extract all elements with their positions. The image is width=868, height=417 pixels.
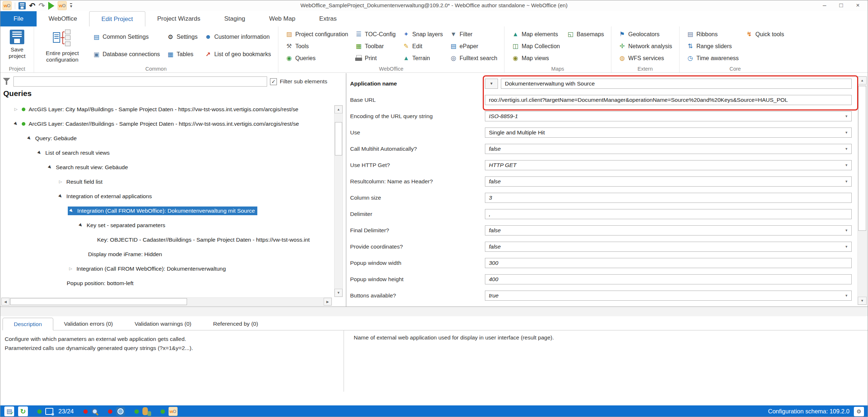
document-check-button[interactable]: ▤: [4, 406, 14, 416]
tab-validation-warnings[interactable]: Validation warnings (0): [124, 318, 203, 330]
tree-item[interactable]: Popup position: bottom-left: [0, 278, 332, 288]
expander-expanded-icon[interactable]: [58, 194, 63, 199]
quick-tools-button[interactable]: ↯Quick tools: [742, 28, 787, 40]
epaper-button[interactable]: ▤ePaper: [446, 42, 501, 50]
filter-button[interactable]: ▼Filter: [446, 31, 501, 38]
scroll-down-icon[interactable]: ▼: [335, 289, 342, 297]
tree-item[interactable]: Key: OBJECTID - Cadaster//Buildings - Sa…: [0, 235, 332, 245]
toolbar-button[interactable]: ▦Toolbar: [352, 42, 399, 50]
tree-item[interactable]: ArcGIS Layer: City Map//Buildings - Samp…: [0, 104, 332, 114]
expander-expanded-icon[interactable]: [26, 136, 32, 141]
tree-item[interactable]: Integration (Call FROM WebOffice): Dokum…: [0, 264, 332, 274]
toc-config-button[interactable]: ☰TOC-Config: [352, 30, 399, 38]
tree-horizontal-scrollbar[interactable]: ◀ ▶: [1, 297, 332, 306]
expander-collapsed-icon[interactable]: [13, 107, 19, 112]
expander-collapsed-icon[interactable]: [58, 179, 63, 184]
scroll-left-icon[interactable]: ◀: [1, 298, 9, 305]
customer-information-button[interactable]: ☻Customer information: [201, 33, 274, 41]
expander-collapsed-icon[interactable]: [68, 266, 74, 271]
weboffice-status-icon[interactable]: [169, 407, 178, 416]
tab-validation-errors[interactable]: Validation errors (0): [53, 318, 124, 330]
tab-project-wizards[interactable]: Project Wizards: [145, 11, 212, 26]
tree-item[interactable]: Integration of external applications: [0, 191, 332, 201]
scrollbar-thumb[interactable]: [10, 298, 187, 305]
tab-staging[interactable]: Staging: [212, 11, 257, 26]
refresh-button[interactable]: ↻: [18, 406, 28, 416]
use-select[interactable]: Single and Multiple Hit: [485, 128, 852, 138]
snap-layers-button[interactable]: ✦Snap layers: [399, 30, 447, 38]
tree-item-selected[interactable]: Integration (Call FROM WebOffice): Dokum…: [0, 206, 332, 216]
buttons-available-select[interactable]: true: [485, 291, 852, 301]
map-elements-button[interactable]: ▲Map elements: [508, 28, 563, 40]
geo-bookmarks-button[interactable]: ↗List of geo bookmarks: [201, 51, 274, 58]
database-connections-button[interactable]: ▣Database connections: [89, 51, 163, 58]
ribbons-button[interactable]: ▤Ribbons: [683, 28, 742, 40]
tab-weboffice[interactable]: WebOffice: [37, 11, 89, 26]
tab-edit-project[interactable]: Edit Project: [89, 11, 145, 26]
server-icon[interactable]: [45, 408, 53, 415]
geolocators-button[interactable]: ⚑Geolocators: [615, 28, 676, 40]
scroll-up-icon[interactable]: ▲: [335, 105, 342, 113]
expander-expanded-icon[interactable]: [47, 165, 53, 170]
terrain-button[interactable]: ▲Terrain: [399, 55, 447, 62]
schema-settings-button[interactable]: ⚙: [854, 407, 864, 416]
scroll-up-icon[interactable]: ▲: [858, 76, 867, 84]
filter-sub-elements-checkbox[interactable]: ✓: [270, 78, 277, 85]
tables-button[interactable]: ▦Tables: [163, 51, 201, 58]
expander-expanded-icon[interactable]: [13, 121, 19, 126]
tree-item[interactable]: Key set - separated parameters: [0, 220, 332, 230]
expander-expanded-icon[interactable]: [68, 208, 74, 213]
tree-filter-input[interactable]: [13, 76, 267, 87]
tree-item[interactable]: Query: Gebäude: [0, 133, 332, 143]
tree-item[interactable]: Search result view: Gebäude: [0, 162, 332, 172]
globe-shield-icon[interactable]: [116, 407, 125, 416]
expander-expanded-icon[interactable]: [78, 223, 84, 228]
tab-description[interactable]: Description: [3, 318, 53, 330]
scroll-right-icon[interactable]: ▶: [324, 298, 332, 305]
map-views-button[interactable]: ◉Map views: [508, 52, 563, 64]
tab-extras[interactable]: Extras: [307, 11, 349, 26]
tree-item[interactable]: Display mode iFrame: Hidden: [0, 249, 332, 259]
popup-height-input[interactable]: 400: [485, 274, 852, 284]
form-vertical-scrollbar[interactable]: ▲ ▼: [857, 76, 867, 305]
tab-referenced-by[interactable]: Referenced by (0): [202, 318, 269, 330]
expander-expanded-icon[interactable]: [37, 150, 42, 155]
provide-coordinates-select[interactable]: false: [485, 242, 852, 252]
queries-button[interactable]: ◉Queries: [282, 54, 352, 62]
fulltext-search-button[interactable]: ◎Fulltext search: [446, 54, 501, 62]
use-http-get-select[interactable]: HTTP GET: [485, 160, 852, 170]
basemaps-button[interactable]: ◱Basemaps: [563, 28, 607, 40]
tree-item[interactable]: List of search result views: [0, 148, 332, 158]
map-collection-button[interactable]: ◫Map Collection: [508, 40, 563, 52]
settings-button[interactable]: ⚙Settings: [163, 33, 201, 41]
tree-item[interactable]: ArcGIS Layer: Cadaster//Buildings - Samp…: [0, 119, 332, 129]
horizontal-splitter[interactable]: [0, 307, 868, 316]
save-project-button[interactable]: Save project: [4, 28, 30, 60]
final-delimiter-select[interactable]: false: [485, 225, 852, 235]
scrollbar-thumb[interactable]: [335, 122, 342, 155]
column-size-input[interactable]: 3: [485, 193, 852, 203]
common-settings-button[interactable]: ▤Common Settings: [89, 33, 163, 41]
popup-width-input[interactable]: 300: [485, 258, 852, 268]
call-multihit-select[interactable]: false: [485, 144, 852, 154]
print-button[interactable]: Print: [352, 55, 399, 62]
database-user-icon[interactable]: [142, 407, 151, 416]
range-sliders-button[interactable]: ⇅Range sliders: [683, 40, 742, 52]
close-button[interactable]: ×: [850, 0, 866, 11]
network-analysis-button[interactable]: ✢Network analysis: [615, 40, 676, 52]
scrollbar-thumb[interactable]: [858, 86, 866, 231]
wfs-services-button[interactable]: ◍WFS services: [615, 52, 676, 64]
delimiter-input[interactable]: ,: [485, 209, 852, 219]
project-configuration-button[interactable]: ▨Project configuration: [282, 30, 352, 38]
tools-button[interactable]: ⚒Tools: [282, 42, 352, 50]
search-icon[interactable]: [91, 408, 99, 415]
tree-vertical-scrollbar[interactable]: ▲ ▼: [334, 105, 343, 297]
tab-web-map[interactable]: Web Map: [257, 11, 307, 26]
resultcolumn-header-select[interactable]: false: [485, 176, 852, 187]
encoding-select[interactable]: ISO-8859-1: [485, 111, 852, 121]
tree-item[interactable]: Result field list: [0, 177, 332, 187]
edit-button[interactable]: ✎Edit: [399, 42, 447, 50]
time-awareness-button[interactable]: ◷Time awareness: [683, 52, 742, 64]
scroll-down-icon[interactable]: ▼: [858, 297, 867, 305]
maximize-button[interactable]: □: [833, 0, 850, 11]
